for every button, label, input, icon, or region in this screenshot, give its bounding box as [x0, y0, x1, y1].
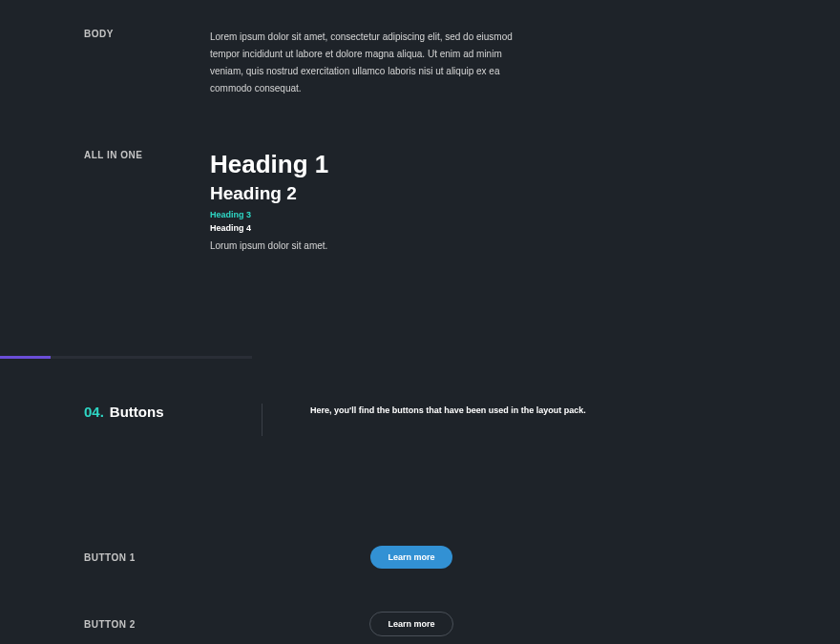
body-typography-row: BODY Lorem ipsum dolor sit amet, consect…: [0, 0, 840, 97]
button-1-label: BUTTON 1: [84, 552, 321, 563]
buttons-list: BUTTON 1 Learn more BUTTON 2 Learn more …: [0, 546, 840, 644]
body-value: Lorem ipsum dolor sit amet, consectetur …: [210, 29, 811, 97]
heading-4-sample: Heading 4: [210, 223, 811, 233]
button-2-container: Learn more: [321, 612, 502, 636]
allinone-value: Heading 1 Heading 2 Heading 3 Heading 4 …: [210, 150, 811, 251]
buttons-section-header: 04. Buttons Here, you'll find the button…: [0, 359, 840, 436]
section-description: Here, you'll find the buttons that have …: [310, 404, 586, 436]
learn-more-button-2[interactable]: Learn more: [369, 612, 452, 636]
allinone-label: ALL IN ONE: [84, 150, 210, 251]
vertical-divider: [262, 404, 262, 436]
heading-3-sample: Heading 3: [210, 210, 811, 219]
body-text: Lorem ipsum dolor sit amet, consectetur …: [210, 29, 525, 97]
section-title: Buttons: [110, 404, 164, 420]
allinone-typography-row: ALL IN ONE Heading 1 Heading 2 Heading 3…: [0, 97, 840, 251]
body-label: BODY: [84, 29, 210, 97]
paragraph-sample: Lorum ipsum dolor sit amet.: [210, 240, 811, 251]
button-2-row: BUTTON 2 Learn more: [84, 612, 811, 636]
button-1-container: Learn more: [321, 546, 502, 569]
section-number: 04.: [84, 404, 104, 420]
heading-2-sample: Heading 2: [210, 183, 811, 204]
button-2-label: BUTTON 2: [84, 619, 321, 630]
heading-1-sample: Heading 1: [210, 150, 811, 179]
section-header-left: 04. Buttons: [84, 404, 262, 436]
button-1-row: BUTTON 1 Learn more: [84, 546, 811, 569]
learn-more-button-1[interactable]: Learn more: [370, 546, 452, 569]
